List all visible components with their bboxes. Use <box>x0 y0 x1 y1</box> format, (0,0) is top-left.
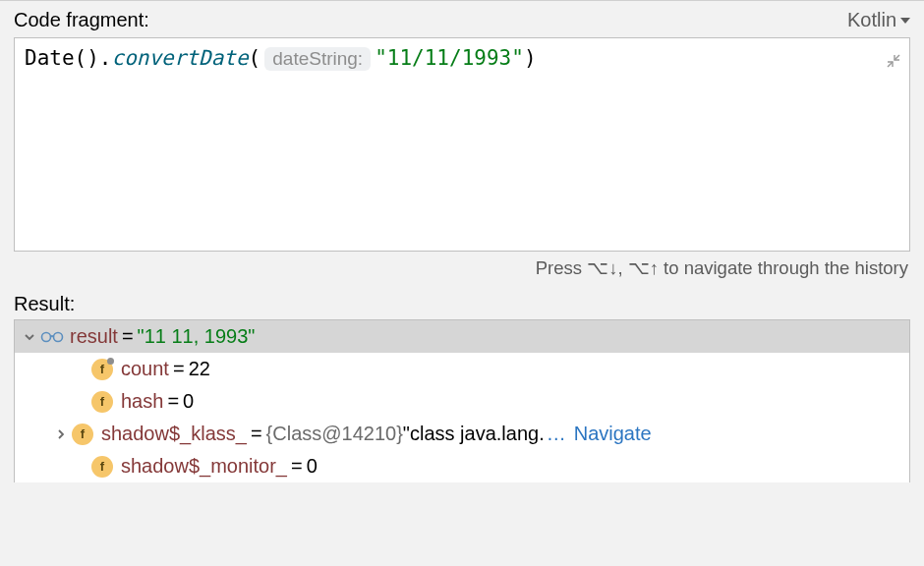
result-row-root[interactable]: result = "11 11, 1993" <box>15 320 909 353</box>
variable-value: "11 11, 1993" <box>138 325 256 348</box>
history-hint: Press ⌥↓, ⌥↑ to navigate through the his… <box>14 252 910 289</box>
variable-name: count <box>121 358 169 380</box>
field-icon: f <box>72 424 93 445</box>
svg-point-0 <box>42 332 51 341</box>
code-method-call: convertDate <box>112 46 249 70</box>
parameter-hint: dateString: <box>264 47 371 71</box>
collapse-icon[interactable] <box>886 50 901 66</box>
language-name: Kotlin <box>847 9 896 31</box>
code-token: ( <box>249 46 261 70</box>
variable-value-text: "class java.lang. <box>403 423 545 445</box>
chevron-down-icon[interactable] <box>21 328 38 346</box>
equals-sign: = <box>287 455 307 478</box>
result-tree: result = "11 11, 1993" f count = 22 f ha… <box>14 319 910 482</box>
code-fragment-header: Code fragment: Kotlin <box>14 9 910 31</box>
code-line: Date(). convertDate ( dateString: "11/11… <box>25 46 899 71</box>
equals-sign: = <box>169 358 189 380</box>
result-row-field[interactable]: f shadow$_klass_ = {Class@14210} "class … <box>15 418 909 450</box>
field-icon: f <box>91 359 113 380</box>
result-label: Result: <box>14 289 910 319</box>
chevron-down-icon <box>900 16 910 26</box>
code-token: Date(). <box>25 46 112 70</box>
result-row-field[interactable]: f shadow$_monitor_ = 0 <box>15 450 909 482</box>
code-editor[interactable]: Date(). convertDate ( dateString: "11/11… <box>14 37 910 252</box>
ellipsis-icon[interactable]: … <box>547 423 566 445</box>
variable-name: hash <box>121 390 163 413</box>
equals-sign: = <box>247 423 266 445</box>
language-dropdown[interactable]: Kotlin <box>847 9 910 31</box>
variable-value: 0 <box>307 455 318 478</box>
equals-sign: = <box>118 325 138 348</box>
variable-name: shadow$_monitor_ <box>121 455 287 478</box>
field-icon: f <box>91 391 113 413</box>
variable-value-object: {Class@14210} <box>266 423 403 445</box>
variable-name: result <box>70 325 118 348</box>
equals-sign: = <box>163 390 183 413</box>
navigate-link[interactable]: Navigate <box>574 423 652 445</box>
variable-name: shadow$_klass_ <box>101 423 247 445</box>
code-string-literal: "11/11/1993" <box>375 46 524 70</box>
variable-value: 22 <box>189 358 210 380</box>
svg-point-1 <box>54 332 63 341</box>
chevron-right-icon[interactable] <box>52 425 70 443</box>
variable-value: 0 <box>183 390 194 413</box>
field-icon: f <box>91 456 113 478</box>
code-token: ) <box>524 46 537 70</box>
result-row-field[interactable]: f count = 22 <box>15 353 909 385</box>
code-fragment-label: Code fragment: <box>14 9 149 31</box>
result-row-field[interactable]: f hash = 0 <box>15 385 909 418</box>
glasses-icon <box>40 330 64 344</box>
